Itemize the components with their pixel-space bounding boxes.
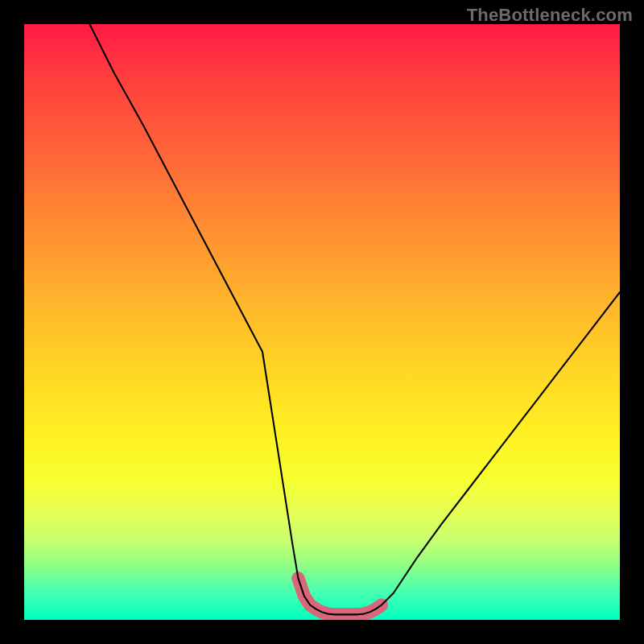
chart-frame: TheBottleneck.com (0, 0, 644, 644)
curve-thick-base (298, 578, 382, 614)
curve-main (89, 24, 620, 614)
curve-svg (24, 24, 620, 620)
watermark-text: TheBottleneck.com (467, 5, 633, 26)
plot-area (24, 24, 620, 620)
